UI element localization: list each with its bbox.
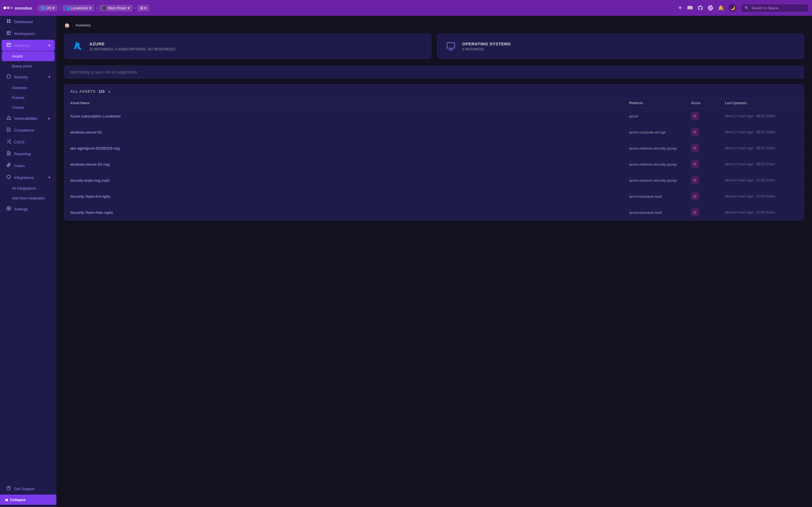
table-row[interactable]: security-team-nsg-zvy5 azure-network-sec… xyxy=(64,172,804,188)
sidebar-item-cicd[interactable]: CI/CD xyxy=(2,136,55,148)
breadcrumb-home[interactable]: 🏠 xyxy=(64,22,70,28)
col-header-asset-name: Asset Name xyxy=(70,101,629,105)
table-row[interactable]: Security-Team-rbac-ng4u azure-keyvault-v… xyxy=(64,205,804,220)
score-badge: D xyxy=(691,112,699,120)
sidebar-item-security[interactable]: Security ▾ xyxy=(2,71,55,82)
topbar-space-selector[interactable]: ⬛ Mars Rover ▾ xyxy=(99,5,133,11)
topbar-us-selector[interactable]: 🌐 US ▾ xyxy=(38,5,57,11)
platform-cell: azure-keyvault-vault xyxy=(629,210,691,215)
sidebar-item-reporting[interactable]: Reporting xyxy=(2,148,55,159)
globe-icon: 🌐 xyxy=(41,6,45,10)
sidebar-item-dashboard[interactable]: Dashboard xyxy=(2,16,55,27)
asset-name-cell: aks-agentpool-20266203-nsg xyxy=(70,146,629,151)
sidebar-item-inventory[interactable]: Inventory ▾ xyxy=(2,40,55,51)
assets-table: ALL ASSETS 123 ▲ Asset Name Platform Sco… xyxy=(64,84,804,221)
asset-name-cell: Azure subscription Lunalectric xyxy=(70,114,629,118)
book-icon[interactable]: 📖 xyxy=(687,5,693,11)
slack-icon[interactable] xyxy=(708,5,713,11)
search-bar[interactable]: 🔍 Search in Space xyxy=(741,4,809,12)
sidebar-label-assets: Assets xyxy=(12,54,23,58)
breadcrumb-sep-2: › xyxy=(96,5,97,10)
assets-count: 123 xyxy=(98,89,105,94)
logo[interactable]: mondoo xyxy=(3,6,32,10)
os-category-card[interactable]: OPERATING SYSTEMS 2 INSTANCES xyxy=(437,34,804,59)
integrations-chevron: ▾ xyxy=(49,175,50,179)
sidebar-label-all-integrations: All Integrations xyxy=(12,186,36,190)
topbar-breadcrumb: 🌐 US ▾ › 👥 Lunalectric ▾ › ⬛ Mars Rover … xyxy=(38,5,149,11)
score-badge: D xyxy=(691,128,699,136)
svg-rect-4 xyxy=(7,31,10,35)
sidebar-label-get-support: Get Support xyxy=(14,487,35,491)
sidebar-label-compliance: Compliance xyxy=(14,128,34,132)
score-cell: D xyxy=(691,128,725,136)
last-updated-cell: about 3 hours ago - 08:02:30am xyxy=(725,114,798,118)
sidebar-item-policies[interactable]: Policies xyxy=(2,93,55,103)
get-support-icon xyxy=(6,486,11,492)
topbar: mondoo 🌐 US ▾ › 👥 Lunalectric ▾ › ⬛ Mars… xyxy=(0,0,812,16)
github-icon[interactable] xyxy=(698,5,703,11)
score-cell: D xyxy=(691,176,725,184)
sidebar-item-get-support[interactable]: Get Support xyxy=(2,483,55,494)
cicd-icon xyxy=(6,139,11,145)
chevron-down-icon: ▾ xyxy=(52,6,54,10)
table-row[interactable]: Azure subscription Lunalectric azure D a… xyxy=(64,108,804,124)
col-header-last-updated[interactable]: Last Updated ↓ xyxy=(725,101,798,105)
table-row[interactable]: windows-server-01 azure-compute-vm-api D… xyxy=(64,124,804,140)
sidebar-item-assets[interactable]: Assets xyxy=(2,51,55,61)
reporting-icon xyxy=(6,151,11,157)
sidebar-item-vulnerabilities[interactable]: Vulnerabilities ▸ xyxy=(2,113,55,124)
svg-line-14 xyxy=(7,140,8,141)
sidebar-item-query-packs[interactable]: Query packs xyxy=(2,61,55,71)
score-cell: D xyxy=(691,144,725,152)
azure-category-card[interactable]: AZURE 10 INSTANCES, 4 SUBSCRIPTIONS, 107… xyxy=(64,34,432,59)
platform-cell: azure-network-security-group xyxy=(629,178,691,182)
sidebar-item-checks[interactable]: Checks xyxy=(2,103,55,112)
table-row[interactable]: windows-server-01-nsg azure-network-secu… xyxy=(64,156,804,172)
security-icon xyxy=(6,74,11,80)
sidebar-item-integrations[interactable]: Integrations ▾ xyxy=(2,172,55,183)
sidebar-label-cicd: CI/CD xyxy=(14,140,24,144)
chevron-down-icon-4: ▾ xyxy=(144,6,146,10)
score-badge: D xyxy=(691,160,699,168)
search-placeholder: Search in Space xyxy=(751,6,778,10)
main-content: 🏠 › Inventory AZURE xyxy=(56,16,812,507)
sidebar-label-dashboard: Dashboard xyxy=(14,20,33,24)
assets-collapse-icon[interactable]: ▲ xyxy=(107,89,111,94)
platform-cell: azure-compute-vm-api xyxy=(629,130,691,134)
sidebar-item-settings[interactable]: Settings xyxy=(2,203,55,215)
integrations-icon xyxy=(6,175,11,180)
logo-text: mondoo xyxy=(15,6,32,10)
svg-rect-0 xyxy=(7,19,8,21)
breadcrumb-separator: › xyxy=(72,23,73,27)
score-badge: D xyxy=(691,144,699,152)
sidebar-item-compliance[interactable]: Compliance xyxy=(2,124,55,136)
table-row[interactable]: Security-Team-KV-ng4u azure-keyvault-vau… xyxy=(64,188,804,205)
table-row[interactable]: aks-agentpool-20266203-nsg azure-network… xyxy=(64,140,804,156)
users-icon: 👥 xyxy=(65,6,70,10)
sidebar-item-workspaces[interactable]: Workspaces xyxy=(2,28,55,39)
asset-name-cell: security-team-nsg-zvy5 xyxy=(70,178,629,182)
topbar-view-selector[interactable]: ⊞ ▾ xyxy=(137,5,149,11)
topbar-org-selector[interactable]: 👥 Lunalectric ▾ xyxy=(62,5,94,11)
org-label: Lunalectric xyxy=(71,6,89,10)
asset-search-input[interactable]: Start typing to see a list of suggestion… xyxy=(64,66,804,78)
table-body: Azure subscription Lunalectric azure D a… xyxy=(64,108,804,220)
svg-rect-21 xyxy=(447,43,455,48)
bell-icon[interactable]: 🔔 xyxy=(718,5,724,11)
grid-icon: ⬛ xyxy=(102,6,107,10)
space-label: Mars Rover xyxy=(108,6,126,10)
collapse-button[interactable]: ◀ Collapse xyxy=(0,495,56,505)
collapse-chevron-icon: ◀ xyxy=(4,497,8,502)
us-label: US xyxy=(46,6,51,10)
sidebar-item-overview[interactable]: Overview xyxy=(2,83,55,93)
sidebar-item-all-integrations[interactable]: All Integrations xyxy=(2,183,55,193)
sun-icon[interactable]: ☀ xyxy=(678,5,682,11)
theme-toggle[interactable]: 🌙 xyxy=(728,4,737,12)
last-updated-cell: about 8 hours ago - 03:04:41am xyxy=(725,210,798,214)
collapse-label: Collapse xyxy=(10,498,26,502)
sidebar-item-cases[interactable]: Cases xyxy=(2,160,55,171)
sidebar-item-add-new-integration[interactable]: Add New Integration xyxy=(2,193,55,203)
assets-header: ALL ASSETS 123 ▲ xyxy=(64,84,804,98)
asset-name-cell: windows-server-01-nsg xyxy=(70,162,629,166)
platform-cell: azure-network-security-group xyxy=(629,146,691,151)
